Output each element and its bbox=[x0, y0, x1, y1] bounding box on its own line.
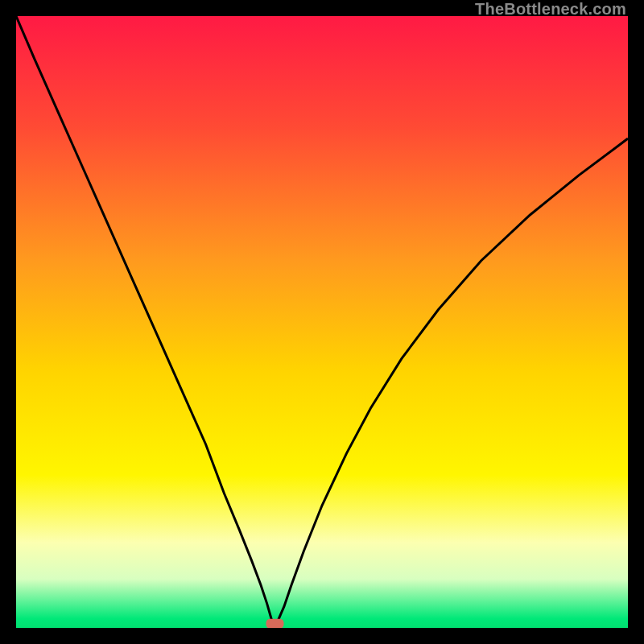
watermark-text: TheBottleneck.com bbox=[475, 0, 626, 19]
chart-svg bbox=[16, 16, 628, 628]
optimal-marker bbox=[266, 619, 284, 628]
chart-frame bbox=[16, 16, 628, 628]
gradient-background bbox=[16, 16, 628, 628]
